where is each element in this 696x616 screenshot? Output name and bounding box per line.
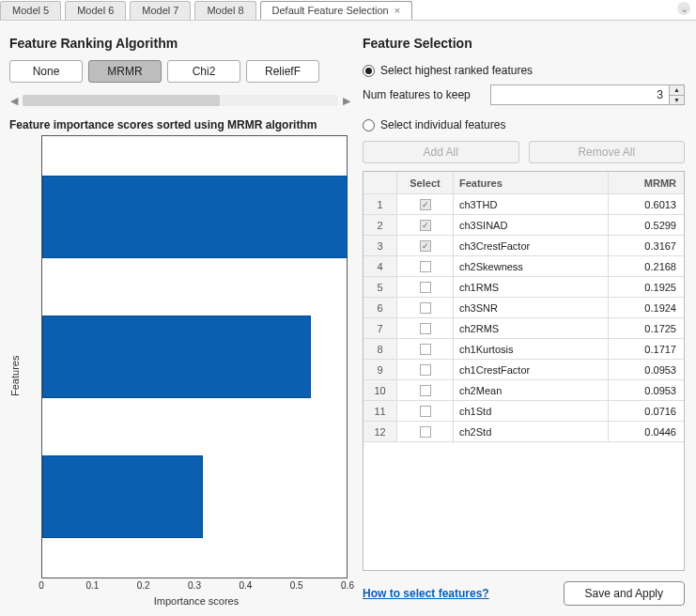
radio-icon[interactable] — [363, 65, 375, 77]
row-feature: ch2RMS — [454, 318, 609, 338]
table-row: 8ch1Kurtosis0.1717 — [363, 339, 684, 360]
table-row: 1ch3THD0.6013 — [363, 194, 684, 215]
checkbox-icon[interactable] — [420, 199, 431, 210]
x-tick: 0.2 — [137, 580, 150, 591]
x-tick: 0.3 — [188, 580, 201, 591]
table-row: 7ch2RMS0.1725 — [363, 318, 684, 339]
row-index: 11 — [363, 401, 397, 421]
checkbox-icon[interactable] — [420, 220, 431, 231]
spinner-up-icon[interactable]: ▲ — [670, 85, 684, 96]
row-value: 0.1717 — [609, 339, 684, 359]
table-row: 12ch2Std0.0446 — [363, 422, 684, 442]
col-metric: MRMR — [609, 172, 684, 193]
row-feature: ch1RMS — [454, 277, 609, 297]
help-link[interactable]: How to select features? — [363, 587, 489, 600]
ranking-heading: Feature Ranking Algorithm — [9, 36, 351, 51]
save-apply-button[interactable]: Save and Apply — [564, 581, 685, 606]
algorithm-button-none[interactable]: None — [9, 60, 83, 83]
row-value: 0.6013 — [609, 194, 684, 214]
tab-model-7[interactable]: Model 7 — [130, 1, 191, 20]
remove-all-button[interactable]: Remove All — [529, 141, 686, 163]
row-feature: ch1CrestFactor — [454, 360, 609, 379]
radio-icon[interactable] — [363, 119, 375, 131]
row-select-cell[interactable] — [397, 360, 454, 379]
table-row: 4ch2Skewness0.2168 — [363, 256, 684, 277]
tab-options-button[interactable]: ⌄ — [677, 2, 690, 15]
row-value: 0.1725 — [609, 318, 684, 338]
num-features-label: Num features to keep — [363, 88, 485, 101]
radio-individual-features[interactable]: Select individual features — [363, 118, 685, 131]
tab-default-feature-selection[interactable]: Default Feature Selection× — [260, 1, 413, 20]
close-icon[interactable]: × — [394, 5, 400, 16]
checkbox-icon[interactable] — [420, 344, 431, 355]
row-select-cell[interactable] — [397, 298, 454, 317]
row-feature: ch2Std — [454, 422, 609, 441]
checkbox-icon[interactable] — [420, 302, 431, 314]
row-index: 5 — [363, 277, 397, 297]
spinner-down-icon[interactable]: ▼ — [670, 96, 684, 105]
num-features-input[interactable]: 3 ▲ ▼ — [490, 85, 685, 105]
row-value: 0.5299 — [609, 215, 684, 235]
scroll-left-icon[interactable]: ◀ — [9, 95, 19, 107]
row-index: 10 — [363, 380, 397, 400]
checkbox-icon[interactable] — [420, 323, 431, 334]
row-feature: ch3THD — [454, 194, 609, 214]
row-select-cell[interactable] — [397, 380, 454, 400]
feature-table: Select Features MRMR 1ch3THD0.60132ch3SI… — [363, 171, 685, 571]
radio-highest-ranked[interactable]: Select highest ranked features — [363, 64, 685, 77]
feature-selection-panel: Feature Selection Select highest ranked … — [357, 21, 696, 616]
table-row: 3ch3CrestFactor0.3167 — [363, 236, 684, 256]
row-index: 9 — [363, 360, 397, 379]
scroll-thumb[interactable] — [23, 95, 220, 106]
tab-model-5[interactable]: Model 5 — [0, 1, 61, 20]
row-feature: ch2Mean — [454, 380, 609, 400]
table-row: 6ch3SNR0.1924 — [363, 298, 684, 318]
checkbox-icon[interactable] — [420, 426, 431, 438]
radio-individual-label: Select individual features — [380, 118, 505, 131]
row-value: 0.3167 — [609, 236, 684, 255]
col-features: Features — [454, 172, 609, 193]
checkbox-icon[interactable] — [420, 282, 431, 293]
scroll-track[interactable] — [23, 95, 338, 106]
checkbox-icon[interactable] — [420, 364, 431, 376]
table-row: 2ch3SINAD0.5299 — [363, 215, 684, 236]
feature-importance-chart: Features 00.10.20.30.40.50.6 Importance … — [9, 135, 351, 607]
checkbox-icon[interactable] — [420, 406, 431, 417]
x-tick: 0.5 — [290, 580, 303, 591]
tab-model-6[interactable]: Model 6 — [65, 1, 126, 20]
row-index: 12 — [363, 422, 397, 441]
row-select-cell[interactable] — [397, 215, 454, 235]
tab-bar: Model 5Model 6Model 7Model 8Default Feat… — [0, 0, 696, 21]
row-feature: ch1Std — [454, 401, 609, 421]
row-select-cell[interactable] — [397, 422, 454, 441]
chart-bar — [42, 455, 203, 538]
row-select-cell[interactable] — [397, 318, 454, 338]
row-index: 7 — [363, 318, 397, 338]
x-axis-ticks: 00.10.20.30.40.50.6 — [41, 580, 348, 593]
row-index: 1 — [363, 194, 397, 214]
row-select-cell[interactable] — [397, 256, 454, 276]
row-value: 0.1925 — [609, 277, 684, 297]
row-select-cell[interactable] — [397, 194, 454, 214]
checkbox-icon[interactable] — [420, 240, 431, 252]
row-index: 4 — [363, 256, 397, 276]
tab-model-8[interactable]: Model 8 — [194, 1, 255, 20]
num-features-spinner[interactable]: ▲ ▼ — [669, 85, 684, 104]
scroll-right-icon[interactable]: ▶ — [342, 95, 351, 107]
checkbox-icon[interactable] — [420, 261, 431, 272]
algorithm-button-chi2[interactable]: Chi2 — [167, 60, 240, 83]
selection-heading: Feature Selection — [363, 36, 685, 51]
algorithm-button-mrmr[interactable]: MRMR — [88, 60, 162, 83]
table-row: 10ch2Mean0.0953 — [363, 380, 684, 401]
row-select-cell[interactable] — [397, 236, 454, 255]
add-all-button[interactable]: Add All — [363, 141, 519, 163]
row-select-cell[interactable] — [397, 401, 454, 421]
algorithm-button-relieff[interactable]: ReliefF — [246, 60, 319, 83]
x-tick: 0.6 — [341, 580, 354, 591]
checkbox-icon[interactable] — [420, 385, 431, 396]
row-value: 0.0953 — [609, 360, 684, 379]
algorithm-scrollbar[interactable]: ◀ ▶ — [9, 92, 351, 109]
row-select-cell[interactable] — [397, 277, 454, 297]
chart-title: Feature importance scores sorted using M… — [9, 118, 351, 131]
row-select-cell[interactable] — [397, 339, 454, 359]
